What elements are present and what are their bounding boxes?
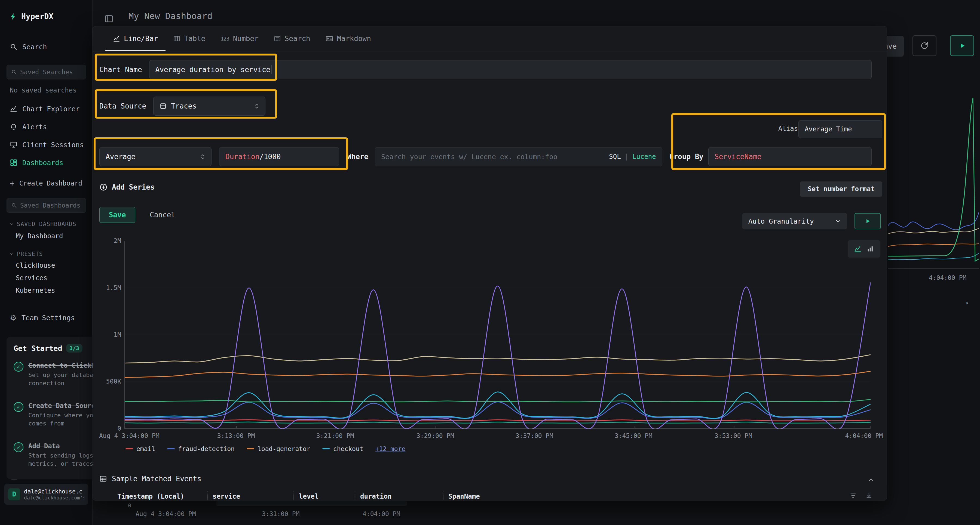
legend-color-dash xyxy=(167,448,175,449)
tab-table[interactable]: Table xyxy=(165,26,213,51)
cancel-button[interactable]: Cancel xyxy=(143,207,181,223)
set-number-format-button[interactable]: Set number format xyxy=(800,181,882,197)
sidebar-item-my-dashboard[interactable]: My Dashboard xyxy=(16,232,63,240)
run-chart-button[interactable] xyxy=(854,213,881,229)
y-tick-label: 1M xyxy=(93,331,121,338)
sidebar-item-team-settings[interactable]: ⚙ Team Settings xyxy=(10,312,75,324)
search-icon xyxy=(11,202,17,209)
text-caret xyxy=(271,65,271,74)
sidebar-item-label: Dashboards xyxy=(22,159,64,167)
section-label: PRESETS xyxy=(17,251,43,257)
sidebar-item-label: Alerts xyxy=(22,123,47,131)
chart-type-tabs: Line/Bar Table 123 Number Search Markdow… xyxy=(93,26,887,51)
cancel-label: Cancel xyxy=(150,211,175,219)
where-search-field[interactable] xyxy=(381,153,603,161)
section-saved-dashboards[interactable]: SAVED DASHBOARDS xyxy=(9,221,88,227)
refresh-icon xyxy=(920,41,929,50)
series-fraud-detection xyxy=(125,402,870,419)
sidebar-item-services[interactable]: Services xyxy=(16,274,48,282)
legend-item-checkout[interactable]: checkout xyxy=(322,445,363,452)
sidebar-item-clickhouse[interactable]: ClickHouse xyxy=(16,262,55,269)
tab-number[interactable]: 123 Number xyxy=(213,26,266,51)
sidebar-item-dashboards[interactable]: Dashboards xyxy=(10,157,64,169)
aggregation-select[interactable]: Average xyxy=(99,147,212,166)
table-header[interactable]: SpanName xyxy=(449,493,480,500)
sidebar-item-client-sessions[interactable]: Client Sessions xyxy=(10,139,84,151)
user-menu[interactable]: D dale@clickhouse.c... dale@clickhouse.c… xyxy=(4,484,88,505)
number-123-icon: 123 xyxy=(221,36,229,41)
tab-markdown[interactable]: Markdown xyxy=(318,26,379,51)
sidebar-collapse-icon xyxy=(104,14,113,24)
chevron-down-icon xyxy=(835,218,841,224)
background-table-fragment xyxy=(216,501,407,506)
collapse-sidebar-button[interactable] xyxy=(104,14,113,24)
tab-label: Search xyxy=(285,35,310,43)
filter-icon[interactable] xyxy=(850,492,857,499)
x-tick-label: 3:21:00 PM xyxy=(316,432,354,439)
download-icon[interactable] xyxy=(865,492,872,499)
aggregation-field-suffix: /1000 xyxy=(259,152,281,161)
sql-toggle[interactable]: SQL xyxy=(609,153,620,160)
lucene-toggle[interactable]: Lucene xyxy=(632,153,656,160)
tab-line-bar[interactable]: Line/Bar xyxy=(105,26,165,51)
refresh-button[interactable] xyxy=(913,35,937,56)
aggregation-field-input[interactable]: Duration/1000 xyxy=(219,147,339,166)
table-header[interactable]: level xyxy=(299,493,318,500)
markdown-icon xyxy=(326,35,333,43)
group-by-input[interactable]: ServiceName xyxy=(708,147,872,166)
check-circle-icon: ✓ xyxy=(14,442,24,452)
tab-label: Markdown xyxy=(337,35,371,43)
group-by-label: Group By xyxy=(670,152,703,161)
search-icon xyxy=(10,43,18,51)
sidebar-item-label: Team Settings xyxy=(22,314,75,322)
chevron-updown-icon xyxy=(200,153,205,160)
plus-circle-icon xyxy=(99,183,108,191)
chart-name-label: Chart Name xyxy=(99,65,142,74)
legend-more-link[interactable]: +12 more xyxy=(375,445,406,452)
sidebar-item-chart-explorer[interactable]: Chart Explorer xyxy=(10,103,80,115)
scroll-right-icon[interactable]: ▸ xyxy=(966,299,969,306)
saved-dashboards-input[interactable] xyxy=(6,198,86,213)
saved-searches-field[interactable] xyxy=(20,68,81,76)
where-search-input[interactable]: SQL | Lucene xyxy=(375,147,662,166)
legend-label: load-generator xyxy=(258,445,310,452)
data-source-label: Data Source xyxy=(99,102,146,110)
chart-plot-area[interactable] xyxy=(124,241,870,429)
table-header[interactable]: Timestamp (Local) xyxy=(117,493,184,500)
saved-dashboards-field[interactable] xyxy=(20,202,81,209)
add-series-button[interactable]: Add Series xyxy=(99,183,154,191)
legend-color-dash xyxy=(126,448,133,449)
legend-item-email[interactable]: email xyxy=(126,445,155,452)
sample-events-header[interactable]: Sample Matched Events xyxy=(99,475,202,483)
bell-icon xyxy=(10,123,18,130)
run-query-button[interactable] xyxy=(950,35,974,56)
page: HyperDX Search No saved searches Chart E… xyxy=(0,0,980,525)
create-dashboard-button[interactable]: + Create Dashboard xyxy=(10,178,82,189)
sidebar-item-label: Chart Explorer xyxy=(22,105,80,113)
granularity-select[interactable]: Auto Granularity xyxy=(742,213,847,229)
brand[interactable]: HyperDX xyxy=(9,12,53,21)
saved-searches-input[interactable] xyxy=(6,65,86,79)
chart-name-input[interactable]: Average duration by service xyxy=(149,60,872,79)
table-header[interactable]: duration xyxy=(360,493,392,500)
legend-item-fraud-detection[interactable]: fraud-detection xyxy=(167,445,235,452)
sidebar-item-alerts[interactable]: Alerts xyxy=(10,121,47,133)
sidebar-item-kubernetes[interactable]: Kubernetes xyxy=(16,287,55,294)
tab-label: Table xyxy=(184,35,205,43)
collapse-chevron-icon[interactable] xyxy=(867,476,875,484)
sidebar-item-search[interactable]: Search xyxy=(10,41,47,53)
column-separator xyxy=(207,491,208,501)
save-button[interactable]: Save xyxy=(99,207,135,223)
x-tick-label: Aug 4 3:04:00 PM xyxy=(99,432,159,439)
series-checkout xyxy=(125,392,870,419)
background-x-label: Aug 4 3:04:00 PM xyxy=(135,510,196,517)
background-axis-zero: 0 xyxy=(128,502,131,509)
section-presets[interactable]: PRESETS xyxy=(9,251,88,257)
data-source-select[interactable]: Traces xyxy=(153,97,266,116)
tab-search[interactable]: Search xyxy=(266,26,318,51)
page-title: My New Dashboard xyxy=(129,11,212,21)
table-header[interactable]: service xyxy=(213,493,240,500)
series-load-generator xyxy=(125,371,870,377)
alias-input[interactable]: Average Time xyxy=(799,120,882,138)
legend-item-load-generator[interactable]: load-generator xyxy=(247,445,310,452)
